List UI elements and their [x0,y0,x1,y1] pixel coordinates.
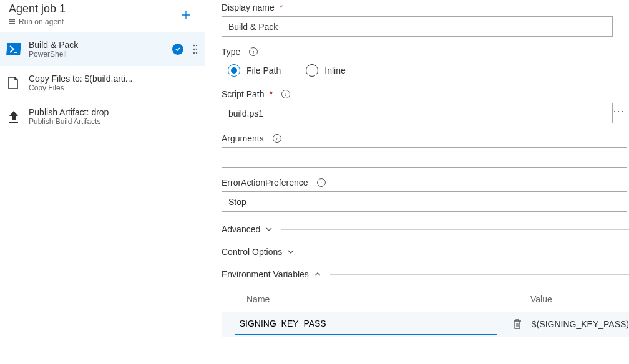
task-title: Build & Pack [29,40,166,50]
agent-title: Agent job 1 [9,2,176,16]
type-radio-filepath[interactable]: File Path [228,64,281,77]
script-path-label: Script Path* i [222,89,629,99]
env-col-value: Value [530,294,552,304]
svg-point-5 [193,49,195,50]
info-icon[interactable]: i [273,134,281,143]
svg-point-6 [196,49,197,50]
svg-rect-10 [9,122,18,123]
copy-files-icon [5,74,22,92]
drag-handle-icon[interactable] [192,44,198,54]
agent-header: Agent job 1 Run on agent [0,0,205,32]
env-row: $(SIGNING_KEY_PASS) [222,312,629,337]
type-label: Type i [222,47,629,57]
info-icon[interactable]: i [281,90,290,98]
task-status-ok-icon [172,44,183,55]
task-subtitle: PowerShell [29,50,166,59]
svg-rect-2 [9,23,15,24]
type-radio-inline[interactable]: Inline [306,64,345,77]
env-value-cell[interactable]: $(SIGNING_KEY_PASS) [525,319,629,329]
svg-point-4 [196,45,197,46]
erroraction-label: ErrorActionPreference i [222,178,629,188]
chevron-down-icon [265,226,273,233]
agent-subtitle: Run on agent [19,17,64,26]
script-path-input[interactable] [222,103,613,123]
powershell-icon [5,41,22,58]
task-item-copy-files[interactable]: Copy Files to: $(build.arti... Copy File… [0,66,205,100]
env-col-name: Name [246,294,530,304]
task-subtitle: Publish Build Artifacts [29,117,198,126]
task-title: Copy Files to: $(build.arti... [29,74,198,84]
delete-env-button[interactable] [509,312,525,336]
display-name-label: Display name* [222,2,629,12]
task-sidebar: Agent job 1 Run on agent [0,0,205,364]
task-item-build-pack[interactable]: Build & Pack PowerShell [0,32,205,66]
task-title: Publish Artifact: drop [29,107,198,117]
display-name-input[interactable] [222,16,613,37]
browse-button[interactable]: ⋯ [613,108,624,114]
section-env-vars[interactable]: Environment Variables [222,269,629,279]
env-name-input[interactable] [235,313,497,335]
svg-rect-0 [9,19,15,20]
section-advanced[interactable]: Advanced [222,224,629,234]
task-item-publish-artifact[interactable]: Publish Artifact: drop Publish Build Art… [0,100,205,133]
info-icon[interactable]: i [317,178,326,187]
info-icon[interactable]: i [249,47,258,56]
erroraction-select[interactable]: Stop [222,191,627,212]
stack-icon [9,19,15,25]
chevron-up-icon [314,271,321,278]
task-form: Display name* Type i File Path Inline Sc… [205,0,629,364]
task-subtitle: Copy Files [29,84,198,92]
svg-point-3 [193,45,195,46]
arguments-input[interactable] [222,147,627,168]
upload-icon [5,108,22,125]
add-task-button[interactable] [176,5,196,25]
chevron-down-icon [287,248,295,256]
svg-rect-1 [9,21,15,22]
arguments-label: Arguments i [222,133,629,143]
env-table-header: Name Value [222,290,629,312]
svg-point-7 [193,52,195,54]
section-control-options[interactable]: Control Options [222,247,629,257]
svg-point-8 [196,52,197,54]
